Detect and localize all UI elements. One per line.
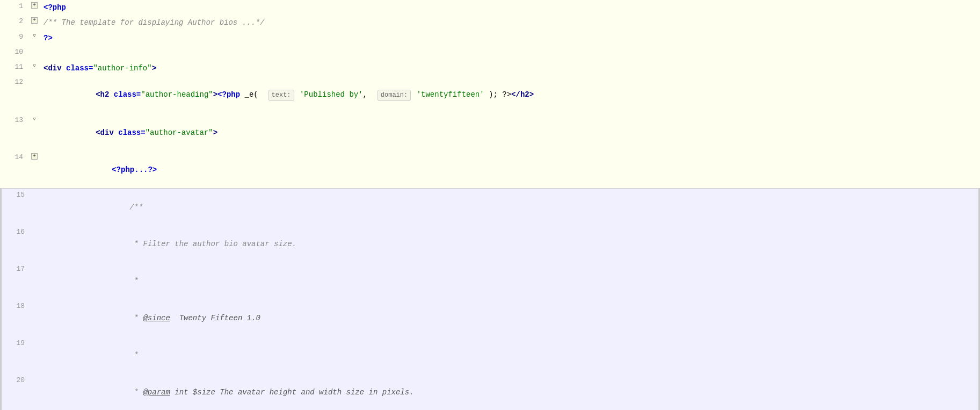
line-content-13: <div class="author-avatar"> bbox=[39, 114, 980, 151]
fold-12 bbox=[30, 76, 39, 78]
fold-9[interactable]: ▽ bbox=[30, 31, 39, 39]
code-editor: 1 + <?php 2 + /** The template for displ… bbox=[0, 0, 980, 410]
fold-20 bbox=[31, 374, 41, 376]
line-num-19: 19 bbox=[2, 337, 31, 347]
line-num-15: 15 bbox=[2, 189, 31, 199]
line-18: 18 * @since Twenty Fifteen 1.0 bbox=[0, 300, 980, 337]
line-content-18: * @since Twenty Fifteen 1.0 bbox=[41, 300, 978, 337]
line-20: 20 * @param int $size The avatar height … bbox=[0, 374, 980, 410]
line-num-17: 17 bbox=[2, 263, 31, 273]
line-content-10 bbox=[39, 46, 980, 61]
fold-icon-1[interactable]: + bbox=[31, 2, 38, 9]
line-num-13: 13 bbox=[0, 114, 30, 124]
line-15: 15 /** bbox=[0, 188, 980, 226]
line-num-20: 20 bbox=[2, 374, 31, 384]
line-13: 13 ▽ <div class="author-avatar"> bbox=[0, 114, 980, 151]
line-12: 12 <h2 class="author-heading"><?php _e( … bbox=[0, 76, 980, 114]
line-9: 9 ▽ ?> bbox=[0, 31, 980, 46]
line-content-16: * Filter the author bio avatar size. bbox=[41, 226, 978, 263]
line-11: 11 ▽ <div class="author-info"> bbox=[0, 61, 980, 76]
fold-10 bbox=[30, 46, 39, 48]
line-content-12: <h2 class="author-heading"><?php _e( tex… bbox=[39, 76, 980, 114]
line-content-17: * bbox=[41, 263, 978, 300]
line-num-2: 2 bbox=[0, 15, 30, 25]
line-2: 2 + /** The template for displaying Auth… bbox=[0, 15, 980, 30]
line-content-19: * bbox=[41, 337, 978, 374]
line-num-11: 11 bbox=[0, 61, 30, 71]
line-17: 17 * bbox=[0, 263, 980, 300]
line-content-14: <?php...?> bbox=[39, 151, 980, 188]
line-num-10: 10 bbox=[0, 46, 30, 56]
line-content-11: <div class="author-info"> bbox=[39, 61, 980, 76]
line-num-12: 12 bbox=[0, 76, 30, 86]
fold-14[interactable]: + bbox=[30, 151, 39, 160]
line-content-20: * @param int $size The avatar height and… bbox=[41, 374, 978, 410]
hint-domain: domain: bbox=[378, 90, 411, 101]
line-content-2: /** The template for displaying Author b… bbox=[39, 15, 980, 30]
fold-icon-2[interactable]: + bbox=[31, 17, 38, 24]
line-num-16: 16 bbox=[2, 226, 31, 236]
fold-15 bbox=[31, 189, 41, 191]
fold-16 bbox=[31, 226, 41, 228]
fold-triangle-11[interactable]: ▽ bbox=[33, 63, 35, 69]
fold-2[interactable]: + bbox=[30, 15, 39, 24]
line-16: 16 * Filter the author bio avatar size. bbox=[0, 226, 980, 263]
fold-18 bbox=[31, 300, 41, 302]
line-10: 10 bbox=[0, 46, 980, 61]
line-19: 19 * bbox=[0, 337, 980, 374]
hint-text: text: bbox=[268, 90, 294, 101]
line-content-9: ?> bbox=[39, 31, 980, 46]
line-14: 14 + <?php...?> bbox=[0, 151, 980, 188]
line-num-1: 1 bbox=[0, 0, 30, 10]
line-content-1: <?php bbox=[39, 0, 980, 15]
fold-11[interactable]: ▽ bbox=[30, 61, 39, 69]
fold-icon-14[interactable]: + bbox=[31, 153, 38, 160]
line-num-9: 9 bbox=[0, 31, 30, 41]
code-area: 1 + <?php 2 + /** The template for displ… bbox=[0, 0, 980, 410]
fold-triangle-9[interactable]: ▽ bbox=[33, 33, 35, 39]
fold-1[interactable]: + bbox=[30, 0, 39, 9]
fold-19 bbox=[31, 337, 41, 339]
line-1: 1 + <?php bbox=[0, 0, 980, 15]
line-num-18: 18 bbox=[2, 300, 31, 310]
fold-13[interactable]: ▽ bbox=[30, 114, 39, 122]
fold-17 bbox=[31, 263, 41, 265]
line-num-14: 14 bbox=[0, 151, 30, 161]
line-content-15: /** bbox=[41, 189, 978, 226]
fold-triangle-13[interactable]: ▽ bbox=[33, 116, 35, 122]
